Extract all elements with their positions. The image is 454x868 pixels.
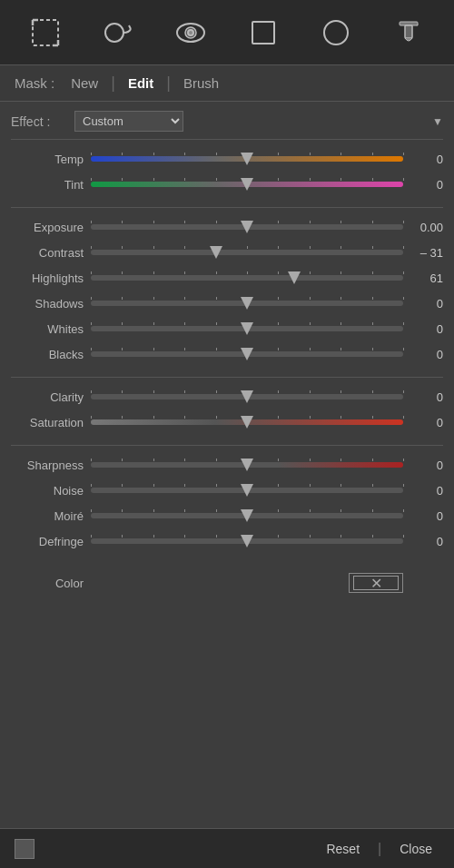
slider-thumb[interactable] [241,414,253,430]
slider-track-wrap[interactable] [91,151,403,167]
slider-track-wrap[interactable] [91,508,403,524]
slider-track [91,538,403,544]
bottom-thumbnail-icon [15,839,35,859]
slider-track-wrap[interactable] [91,244,403,261]
slider-track [91,513,403,518]
effect-select[interactable]: Custom Default [74,111,183,132]
slider-value: 0.00 [410,221,443,234]
slider-row: Tint0 [11,174,443,194]
slider-thumb[interactable] [241,482,253,498]
redeye-tool-button[interactable] [168,10,213,55]
slider-label-temp: Temp [11,153,84,166]
slider-track-wrap[interactable] [91,321,403,337]
slider-track [91,351,403,357]
slider-row: Noise0 [11,480,443,500]
spot-removal-button[interactable] [95,10,141,55]
radial-filter-button[interactable] [313,10,359,55]
slider-track-wrap[interactable] [91,389,403,405]
slider-section-presence: Clarity0Saturation0 [11,387,443,446]
slider-row: Contrast– 31 [11,242,443,262]
slider-track [91,394,403,399]
slider-row: Blacks0 [11,344,443,364]
slider-label-sharpness: Sharpness [11,459,84,472]
slider-track-wrap[interactable] [91,457,403,473]
slider-thumb[interactable] [288,270,301,286]
mode-bar: Mask : New | Edit | Brush [0,65,454,102]
slider-track-wrap[interactable] [91,533,403,549]
close-button[interactable]: Close [392,838,439,860]
slider-thumb[interactable] [210,244,222,261]
slider-section-white-balance: Temp0Tint0 [11,149,443,208]
slider-thumb[interactable] [241,389,253,405]
slider-track [91,250,403,255]
slider-label-saturation: Saturation [11,416,84,429]
slider-thumb[interactable] [241,321,253,337]
slider-thumb[interactable] [241,533,253,549]
slider-value: 0 [410,390,443,404]
slider-label-defringe: Defringe [11,535,84,548]
effect-row: Effect : Custom Default ▼ [11,111,443,140]
svg-rect-0 [33,20,58,45]
slider-thumb[interactable] [241,219,253,235]
slider-value: – 31 [410,246,443,260]
slider-label-moir: Moiré [11,509,84,523]
slider-track-wrap[interactable] [91,414,403,430]
slider-row: Clarity0 [11,387,443,407]
slider-value: 0 [410,416,443,429]
slider-thumb[interactable] [241,151,253,167]
svg-point-11 [324,21,348,44]
slider-thumb[interactable] [241,457,253,473]
slider-value: 0 [410,484,443,498]
graduated-filter-button[interactable] [241,10,286,55]
slider-section-detail: Sharpness0Noise0Moiré0Defringe0 [11,455,443,564]
slider-label-exposure: Exposure [11,221,84,234]
slider-track [91,462,403,468]
slider-track-wrap[interactable] [91,482,403,498]
slider-track-wrap[interactable] [91,176,403,192]
slider-row: Whites0 [11,319,443,339]
slider-label-highlights: Highlights [11,271,84,285]
bottom-separator: | [378,841,381,857]
slider-label-whites: Whites [11,322,84,336]
slider-thumb[interactable] [241,508,253,524]
slider-track [91,156,403,162]
slider-track [91,182,403,187]
slider-value: 0 [410,178,443,192]
color-x-icon: ✕ [370,575,382,592]
separator-2: | [166,74,171,93]
slider-track [91,301,403,306]
slider-row: Exposure0.00 [11,217,443,237]
slider-thumb[interactable] [241,295,253,311]
effect-label: Effect : [11,114,74,129]
slider-thumb[interactable] [241,176,253,192]
slider-label-tint: Tint [11,178,84,192]
slider-value: 0 [410,297,443,311]
slider-sections: Temp0Tint0Exposure0.00Contrast– 31Highli… [11,149,443,564]
slider-row: Defringe0 [11,531,443,551]
effect-dropdown-arrow[interactable]: ▼ [432,115,443,128]
slider-label-noise: Noise [11,484,84,498]
color-label: Color [11,577,84,590]
slider-row: Moiré0 [11,506,443,526]
color-swatch-inner: ✕ [353,576,399,590]
mask-label: Mask : [15,75,54,91]
edit-mode-button[interactable]: Edit [119,72,163,94]
brush-mode-button[interactable]: Brush [174,72,228,94]
slider-track-wrap[interactable] [91,219,403,235]
slider-row: Saturation0 [11,412,443,432]
slider-track [91,326,403,331]
svg-rect-13 [405,25,412,38]
slider-track-wrap[interactable] [91,295,403,311]
slider-track-wrap[interactable] [91,346,403,362]
slider-track [91,275,403,281]
slider-track-wrap[interactable] [91,270,403,286]
new-mode-button[interactable]: New [62,72,107,94]
toolbar [0,0,454,65]
adjustment-brush-button[interactable] [386,10,431,55]
svg-rect-10 [252,22,274,44]
reset-button[interactable]: Reset [319,838,367,860]
color-swatch[interactable]: ✕ [349,573,403,593]
slider-thumb[interactable] [241,346,253,362]
selection-tool-button[interactable] [23,10,68,55]
slider-value: 0 [410,153,443,166]
